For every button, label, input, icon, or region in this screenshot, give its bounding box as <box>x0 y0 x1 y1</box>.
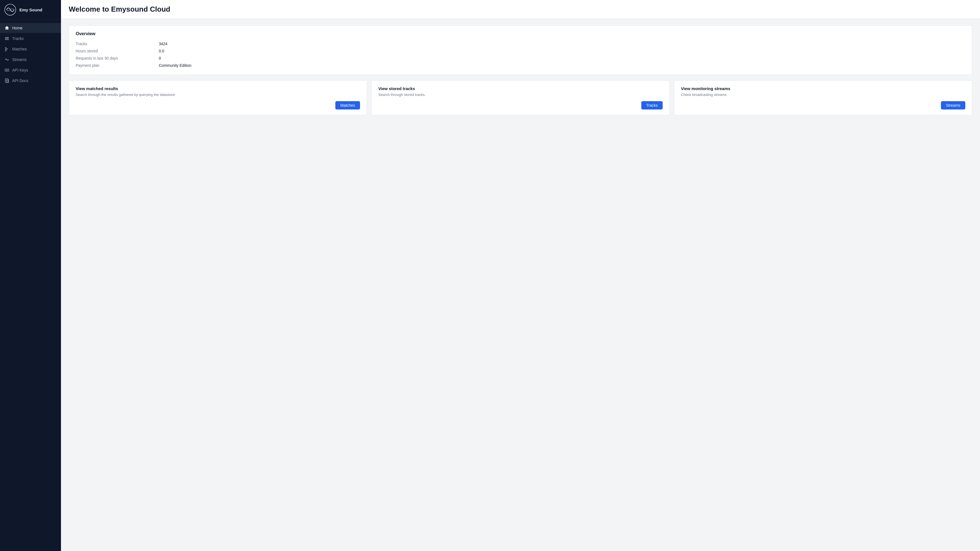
svg-rect-7 <box>5 51 6 51</box>
svg-rect-2 <box>5 38 9 39</box>
svg-rect-9 <box>6 70 8 70</box>
matches-button[interactable]: Matches <box>335 101 360 110</box>
matches-card-title: View matched results <box>76 86 360 91</box>
sidebar-item-api-keys-label: API Keys <box>12 68 28 72</box>
streams-card-title: View monitoring streams <box>681 86 965 91</box>
overview-card: Overview Tracks 3424 Hours stored 0.0 Re… <box>69 25 972 75</box>
overview-row-tracks: Tracks 3424 <box>76 40 965 48</box>
main-content: Welcome to Emysound Cloud Overview Track… <box>61 0 980 551</box>
tracks-action-card: View stored tracks Search through stored… <box>371 80 670 115</box>
action-cards: View matched results Search through the … <box>69 80 972 115</box>
tracks-button[interactable]: Tracks <box>641 101 663 110</box>
content-area: Overview Tracks 3424 Hours stored 0.0 Re… <box>61 19 980 551</box>
streams-card-description: Check broadcasting streams <box>681 92 965 97</box>
streams-action-card: View monitoring streams Check broadcasti… <box>674 80 972 115</box>
home-icon <box>5 25 10 30</box>
sidebar-header: Emy Sound <box>0 0 61 20</box>
sidebar: Emy Sound Home Tracks <box>0 0 61 551</box>
api-keys-icon <box>5 68 10 73</box>
streams-button[interactable]: Streams <box>941 101 965 110</box>
overview-row-payment: Payment plan Community Edition <box>76 62 965 69</box>
sidebar-item-home-label: Home <box>12 26 22 30</box>
sidebar-item-api-docs-label: API Docs <box>12 78 28 83</box>
sidebar-item-home[interactable]: Home <box>0 23 61 33</box>
overview-row-requests: Requests in last 30 days 0 <box>76 54 965 62</box>
svg-rect-12 <box>6 80 8 81</box>
brand-name: Emy Sound <box>19 8 42 12</box>
overview-label-hours: Hours stored <box>76 49 159 53</box>
svg-rect-3 <box>5 39 9 40</box>
overview-label-requests: Requests in last 30 days <box>76 56 159 61</box>
svg-rect-6 <box>5 49 7 50</box>
matches-card-description: Search through the results gathered by q… <box>76 92 360 97</box>
matches-card-footer: Matches <box>76 101 360 110</box>
overview-row-hours: Hours stored 0.0 <box>76 48 965 54</box>
overview-value-hours: 0.0 <box>159 49 164 53</box>
sidebar-item-api-docs[interactable]: API Docs <box>0 76 61 86</box>
overview-value-tracks: 3424 <box>159 41 167 46</box>
svg-rect-4 <box>5 48 6 48</box>
svg-rect-5 <box>5 48 8 49</box>
streams-icon <box>5 57 10 62</box>
overview-title: Overview <box>76 31 965 36</box>
sidebar-item-tracks-label: Tracks <box>12 36 24 41</box>
matches-action-card: View matched results Search through the … <box>69 80 367 115</box>
svg-rect-13 <box>6 81 7 82</box>
svg-rect-1 <box>5 37 9 38</box>
overview-value-requests: 0 <box>159 56 161 61</box>
sidebar-item-api-keys[interactable]: API Keys <box>0 65 61 75</box>
tracks-icon <box>5 36 10 41</box>
tracks-card-footer: Tracks <box>378 101 663 110</box>
overview-label-tracks: Tracks <box>76 41 159 46</box>
sidebar-item-streams-label: Streams <box>12 57 27 62</box>
sidebar-item-matches[interactable]: Matches <box>0 44 61 54</box>
page-title: Welcome to Emysound Cloud <box>69 5 972 14</box>
sidebar-nav: Home Tracks Mat <box>0 20 61 89</box>
overview-value-payment: Community Edition <box>159 63 191 68</box>
sidebar-item-streams[interactable]: Streams <box>0 54 61 65</box>
sidebar-item-matches-label: Matches <box>12 47 27 51</box>
api-docs-icon <box>5 78 10 83</box>
overview-label-payment: Payment plan <box>76 63 159 68</box>
brand-logo-icon <box>5 4 16 16</box>
streams-card-footer: Streams <box>681 101 965 110</box>
tracks-card-title: View stored tracks <box>378 86 663 91</box>
sidebar-item-tracks[interactable]: Tracks <box>0 33 61 43</box>
matches-icon <box>5 46 10 51</box>
tracks-card-description: Search through stored tracks. <box>378 92 663 97</box>
page-header: Welcome to Emysound Cloud <box>61 0 980 19</box>
svg-rect-11 <box>6 80 8 80</box>
